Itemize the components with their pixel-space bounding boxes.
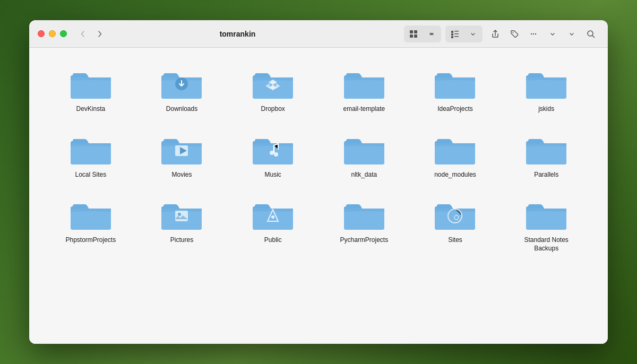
traffic-lights — [38, 30, 67, 37]
folder-icon — [343, 129, 385, 168]
collapse-button[interactable] — [563, 27, 580, 41]
maximize-button[interactable] — [60, 30, 67, 37]
svg-point-11 — [531, 33, 532, 34]
folder-label: Movies — [171, 171, 192, 179]
svg-rect-9 — [454, 36, 459, 37]
minimize-button[interactable] — [49, 30, 56, 37]
finder-window: tomrankin — [29, 20, 608, 344]
folder-item[interactable]: Downloads — [136, 58, 228, 119]
folder-item[interactable]: Dropbox — [227, 58, 318, 119]
folder-icon — [70, 64, 112, 102]
svg-point-13 — [535, 33, 536, 34]
folder-label: IdeaProjects — [437, 105, 473, 114]
svg-rect-4 — [451, 31, 453, 33]
folder-item[interactable]: Music — [227, 124, 318, 185]
svg-point-22 — [270, 151, 274, 155]
folder-label: email-template — [343, 105, 385, 114]
icon-view-group — [404, 25, 441, 42]
folder-icon — [525, 64, 567, 102]
view-toggle-chevron[interactable] — [423, 27, 440, 41]
folder-icon — [160, 129, 203, 168]
folder-item[interactable]: Movies — [136, 124, 228, 185]
svg-rect-0 — [410, 30, 413, 33]
svg-point-23 — [274, 152, 278, 157]
folder-item[interactable]: Public — [227, 189, 318, 258]
icon-view-button[interactable] — [405, 27, 422, 41]
window-title: tomrankin — [71, 30, 404, 38]
toolbar-right — [404, 25, 599, 42]
folder-icon — [252, 64, 294, 102]
folder-item[interactable]: nltk_data — [318, 124, 410, 185]
folder-label: DevKinsta — [76, 105, 105, 114]
content-area: DevKinsta Downloads Dropbox — [29, 48, 608, 344]
folder-icon — [252, 195, 294, 233]
title-bar: tomrankin — [29, 20, 608, 48]
folder-icon — [343, 195, 385, 233]
folder-icon — [343, 64, 385, 102]
folder-icon — [434, 64, 476, 102]
folder-item[interactable]: Sites — [410, 189, 501, 258]
folder-label: Public — [264, 236, 282, 245]
folder-label: nltk_data — [351, 171, 377, 179]
folder-label: node_modules — [434, 171, 476, 179]
folder-label: Parallels — [534, 171, 558, 179]
folder-label: Local Sites — [75, 171, 106, 179]
svg-point-27 — [271, 215, 274, 219]
folder-item[interactable]: Pictures — [136, 189, 228, 258]
folder-icon — [434, 195, 476, 233]
folder-label: jskids — [538, 105, 554, 114]
folder-item[interactable]: jskids — [501, 58, 592, 119]
folder-label: Downloads — [166, 105, 197, 114]
folder-label: PhpstormProjects — [65, 236, 116, 245]
folder-grid: DevKinsta Downloads Dropbox — [45, 58, 592, 258]
folder-icon — [525, 129, 567, 168]
more-button[interactable] — [525, 27, 542, 41]
folder-label: PycharmProjects — [340, 236, 388, 245]
tag-button[interactable] — [506, 27, 523, 41]
list-view-group — [445, 25, 483, 42]
folder-icon — [252, 129, 294, 168]
folder-label: Dropbox — [261, 105, 285, 114]
more-chevron[interactable] — [544, 27, 561, 41]
folder-icon — [160, 195, 203, 233]
folder-item[interactable]: IdeaProjects — [410, 58, 501, 119]
share-button[interactable] — [487, 27, 504, 41]
svg-rect-24 — [175, 211, 188, 221]
folder-item[interactable]: PhpstormProjects — [45, 189, 136, 258]
search-button[interactable] — [582, 27, 599, 41]
folder-label: Pictures — [170, 236, 193, 245]
svg-point-25 — [178, 213, 181, 216]
svg-rect-5 — [454, 31, 459, 32]
svg-rect-3 — [414, 34, 417, 38]
folder-item[interactable]: DevKinsta — [45, 58, 136, 119]
folder-item[interactable]: Standard Notes Backups — [501, 189, 592, 258]
svg-point-10 — [513, 32, 514, 33]
list-view-button[interactable] — [446, 27, 463, 41]
svg-rect-2 — [410, 34, 413, 38]
folder-label: Music — [264, 171, 281, 179]
svg-rect-8 — [451, 36, 453, 38]
folder-icon — [525, 195, 567, 233]
folder-icon — [434, 129, 476, 168]
svg-point-12 — [533, 33, 534, 34]
folder-item[interactable]: Parallels — [501, 124, 592, 185]
list-view-chevron[interactable] — [464, 27, 481, 41]
folder-item[interactable]: node_modules — [410, 124, 501, 185]
svg-rect-7 — [454, 33, 459, 34]
folder-label: Sites — [448, 236, 462, 245]
folder-item[interactable]: Local Sites — [45, 124, 136, 185]
folder-icon — [70, 195, 112, 233]
folder-icon — [160, 64, 203, 102]
folder-label: Standard Notes Backups — [517, 236, 575, 253]
close-button[interactable] — [38, 30, 45, 37]
folder-icon — [70, 129, 112, 168]
svg-rect-1 — [414, 30, 417, 33]
folder-item[interactable]: email-template — [318, 58, 410, 119]
svg-rect-6 — [451, 33, 453, 36]
folder-item[interactable]: PycharmProjects — [318, 189, 410, 258]
